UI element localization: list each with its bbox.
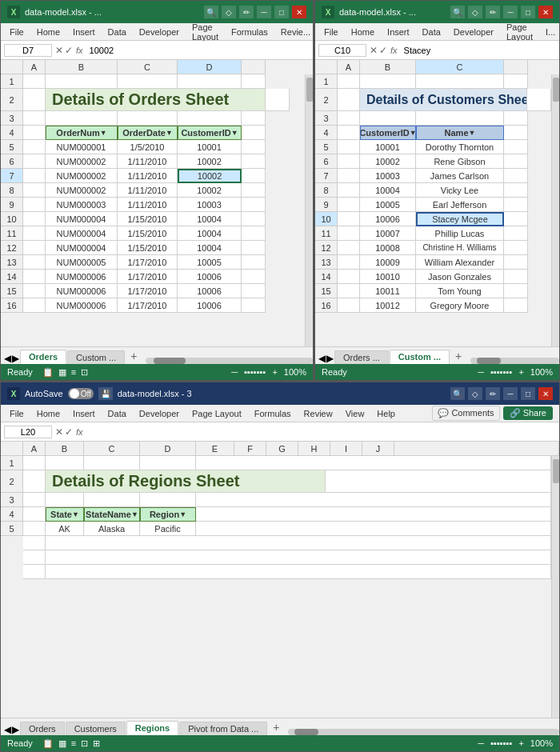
- cust-7b[interactable]: 10003: [360, 169, 416, 183]
- cell-11d[interactable]: 10004: [178, 226, 242, 241]
- cust-5b[interactable]: 10001: [360, 140, 416, 154]
- reg-3c[interactable]: [84, 493, 140, 507]
- cell-9a[interactable]: [23, 198, 46, 212]
- reg-3b[interactable]: [46, 493, 84, 507]
- autosave-toggle[interactable]: Off: [68, 388, 94, 399]
- cust-nav-right[interactable]: ▶: [326, 353, 334, 364]
- reg-menu-review[interactable]: Review: [298, 407, 338, 420]
- reg-tab-pivot[interactable]: Pivot from Data ...: [179, 722, 267, 735]
- cust-13d[interactable]: [504, 255, 528, 270]
- cust-6d[interactable]: [504, 154, 528, 169]
- cust-2a[interactable]: [338, 89, 360, 111]
- cell-10c[interactable]: 1/15/2010: [118, 212, 178, 226]
- customers-cell-ref[interactable]: [318, 44, 366, 57]
- cell-8a[interactable]: [23, 183, 46, 198]
- cust-10d[interactable]: [504, 212, 528, 226]
- reg-3a[interactable]: [23, 493, 46, 507]
- reg-4b[interactable]: State ▼: [46, 507, 84, 522]
- cell-4c-orderdate[interactable]: OrderDate ▼: [118, 126, 178, 140]
- cell-4e[interactable]: [242, 126, 266, 140]
- orders-col-c[interactable]: C: [118, 60, 178, 74]
- cust-6b[interactable]: 10002: [360, 154, 416, 169]
- cust-8b[interactable]: 10004: [360, 183, 416, 198]
- cell-13c[interactable]: 1/17/2010: [118, 255, 178, 270]
- customers-scroll-thumb[interactable]: [553, 78, 559, 102]
- cell-3b[interactable]: [46, 111, 118, 126]
- cell-11b[interactable]: NUM000004: [46, 226, 118, 241]
- cell-2a[interactable]: [23, 89, 46, 111]
- cust-12c[interactable]: Christine H. Williams: [416, 241, 504, 255]
- cell-7c[interactable]: 1/11/2010: [118, 169, 178, 183]
- customers-search-icon[interactable]: 🔍: [450, 6, 465, 18]
- cell-8d[interactable]: 10002: [178, 183, 242, 198]
- cell-8e[interactable]: [242, 183, 266, 198]
- cust-menu-file[interactable]: File: [318, 26, 344, 38]
- regions-scroll-thumb[interactable]: [553, 459, 559, 483]
- cust-11d[interactable]: [504, 226, 528, 241]
- cell-12a[interactable]: [23, 241, 46, 255]
- reg-1b[interactable]: [46, 456, 84, 470]
- cust-13c[interactable]: William Alexander: [416, 255, 504, 270]
- menu-review[interactable]: Revie...: [275, 26, 314, 38]
- cell-16d[interactable]: 10006: [178, 298, 242, 313]
- cust-7d[interactable]: [504, 169, 528, 183]
- regions-ribbon-icon[interactable]: ◇: [468, 387, 482, 400]
- cust-3d[interactable]: [504, 111, 528, 126]
- cust-4a[interactable]: [338, 126, 360, 140]
- cust-3c[interactable]: [416, 111, 504, 126]
- cust-13a[interactable]: [338, 255, 360, 270]
- cust-col-c[interactable]: C: [416, 60, 504, 74]
- cell-15d[interactable]: 10006: [178, 284, 242, 298]
- cust-col-b[interactable]: B: [360, 60, 416, 74]
- cell-3e[interactable]: [242, 111, 266, 126]
- reg-1d[interactable]: [140, 456, 196, 470]
- cust-7c[interactable]: James Carlson: [416, 169, 504, 183]
- reg-5b[interactable]: AK: [46, 522, 84, 536]
- cell-10d[interactable]: 10004: [178, 212, 242, 226]
- reg-col-c[interactable]: C: [84, 442, 140, 456]
- cell-9b[interactable]: NUM000003: [46, 198, 118, 212]
- cust-7a[interactable]: [338, 169, 360, 183]
- cust-col-d[interactable]: [504, 60, 528, 74]
- cust-8a[interactable]: [338, 183, 360, 198]
- regions-restore-btn[interactable]: □: [521, 387, 535, 400]
- cell-15b[interactable]: NUM000006: [46, 284, 118, 298]
- cust-15d[interactable]: [504, 284, 528, 298]
- orders-col-e[interactable]: [242, 60, 266, 74]
- reg-5c[interactable]: Alaska: [84, 522, 140, 536]
- orders-ribbon-icon[interactable]: ◇: [222, 6, 236, 18]
- cust-tab-orders[interactable]: Orders ...: [334, 350, 389, 364]
- menu-home[interactable]: Home: [31, 26, 66, 38]
- reg-4a[interactable]: [23, 507, 46, 522]
- reg-4d[interactable]: Region ▼: [140, 507, 196, 522]
- cust-5a[interactable]: [338, 140, 360, 154]
- reg-tab-orders[interactable]: Orders: [20, 722, 65, 735]
- cust-6a[interactable]: [338, 154, 360, 169]
- reg-menu-pagelayout[interactable]: Page Layout: [186, 407, 247, 420]
- reg-col-f[interactable]: F: [234, 442, 266, 456]
- cell-4d-customerid[interactable]: CustomerID ▼: [178, 126, 242, 140]
- cell-1e[interactable]: [242, 74, 266, 89]
- orders-restore-btn[interactable]: □: [274, 6, 289, 18]
- cust-14b[interactable]: 10010: [360, 270, 416, 284]
- cust-10b[interactable]: 10006: [360, 212, 416, 226]
- cust-11a[interactable]: [338, 226, 360, 241]
- cell-12c[interactable]: 1/15/2010: [118, 241, 178, 255]
- cell-16a[interactable]: [23, 298, 46, 313]
- reg-add-sheet[interactable]: +: [268, 719, 284, 735]
- cell-6c[interactable]: 1/11/2010: [118, 154, 178, 169]
- reg-menu-insert[interactable]: Insert: [67, 407, 101, 420]
- reg-1a[interactable]: [23, 456, 46, 470]
- cust-col-a[interactable]: A: [338, 60, 360, 74]
- cell-16b[interactable]: NUM000006: [46, 298, 118, 313]
- cell-3c[interactable]: [118, 111, 178, 126]
- cell-4a[interactable]: [23, 126, 46, 140]
- cust-16b[interactable]: 10012: [360, 298, 416, 313]
- cell-10b[interactable]: NUM000004: [46, 212, 118, 226]
- orders-tab-orders[interactable]: Orders: [20, 350, 66, 364]
- customers-restore-btn[interactable]: □: [521, 6, 535, 18]
- reg-col-i[interactable]: I: [330, 442, 362, 456]
- orders-nav-right[interactable]: ▶: [12, 353, 19, 364]
- reg-1c[interactable]: [84, 456, 140, 470]
- cell-11a[interactable]: [23, 226, 46, 241]
